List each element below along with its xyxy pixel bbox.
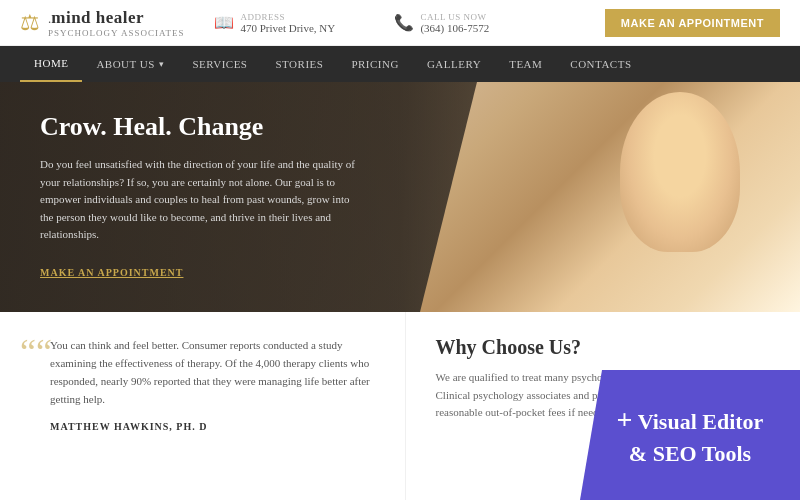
ve-line2: & SEO Tools <box>629 441 751 466</box>
phone-label: Call us now <box>420 12 489 22</box>
address-value: 470 Privet Drive, NY <box>240 22 335 34</box>
logo-name: mind healer <box>51 8 144 28</box>
nav-item-services[interactable]: SERVICES <box>178 46 261 82</box>
hero-description: Do you feel unsatisfied with the directi… <box>40 156 360 244</box>
quote-text: You can think and feel better. Consumer … <box>40 336 375 409</box>
hero-image <box>420 82 800 312</box>
ve-line1: Visual Editor <box>638 409 764 434</box>
nav-item-stories[interactable]: STORIES <box>261 46 337 82</box>
nav-item-home[interactable]: HOME <box>20 46 82 82</box>
phone-value: (364) 106-7572 <box>420 22 489 34</box>
header-appointment-button[interactable]: MAKE AN APPOINTMENT <box>605 9 780 37</box>
logo-sub: Psychology Associates <box>48 28 184 38</box>
why-section: Why Choose Us? We are qualified to treat… <box>406 312 801 500</box>
hero-title: Crow. Heal. Change <box>40 112 380 142</box>
phone-block: 📞 Call us now (364) 106-7572 <box>394 12 489 34</box>
map-icon: 📖 <box>214 13 234 32</box>
hero-section: Crow. Heal. Change Do you feel unsatisfi… <box>0 82 800 312</box>
logo: ⚖ . mind healer Psychology Associates <box>20 8 184 38</box>
nav-item-pricing[interactable]: PRICING <box>337 46 413 82</box>
nav-item-team[interactable]: TEAM <box>495 46 556 82</box>
address-block: 📖 Address 470 Privet Drive, NY <box>214 12 374 34</box>
nav-item-about[interactable]: ABOUT US ▾ <box>82 46 178 82</box>
quote-icon: ““ <box>20 334 52 370</box>
address-label: Address <box>240 12 335 22</box>
why-title: Why Choose Us? <box>436 336 771 359</box>
bottom-section: ““ You can think and feel better. Consum… <box>0 312 800 500</box>
nav-item-contacts[interactable]: CONTACTS <box>556 46 645 82</box>
phone-icon: 📞 <box>394 13 414 32</box>
ve-badge-text: + Visual Editor & SEO Tools <box>617 401 764 468</box>
header: ⚖ . mind healer Psychology Associates 📖 … <box>0 0 800 46</box>
quote-section: ““ You can think and feel better. Consum… <box>0 312 406 500</box>
hero-cta-link[interactable]: MAKE AN APPOINTMENT <box>40 267 183 278</box>
logo-icon: ⚖ <box>20 10 40 36</box>
visual-editor-badge: + Visual Editor & SEO Tools <box>580 370 800 500</box>
hero-content: Crow. Heal. Change Do you feel unsatisfi… <box>0 82 420 310</box>
nav-item-gallery[interactable]: GALLERY <box>413 46 495 82</box>
ve-plus: + <box>617 404 633 435</box>
quote-author: MATTHEW HAWKINS, PH. D <box>40 421 375 432</box>
chevron-down-icon: ▾ <box>159 59 165 69</box>
main-nav: HOME ABOUT US ▾ SERVICES STORIES PRICING… <box>0 46 800 82</box>
